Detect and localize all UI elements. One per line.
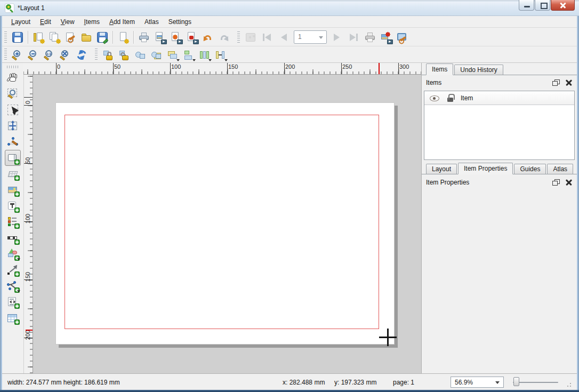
add-label-icon bbox=[6, 199, 19, 212]
preview-atlas-button[interactable] bbox=[243, 29, 259, 45]
ungroup-items-button[interactable] bbox=[148, 47, 164, 62]
duplicate-layout-button[interactable] bbox=[46, 29, 62, 45]
toolbar-grip[interactable] bbox=[4, 31, 7, 43]
zoom-out-button[interactable] bbox=[26, 47, 42, 62]
minimize-button[interactable] bbox=[519, 0, 534, 11]
toolbar-grip[interactable] bbox=[7, 66, 19, 68]
toolbar-grip[interactable] bbox=[95, 49, 98, 60]
menu-edit[interactable]: Edit bbox=[35, 17, 56, 27]
add-html-button[interactable] bbox=[5, 294, 21, 310]
next-feature-button[interactable] bbox=[330, 29, 346, 45]
ruler-label: 200 bbox=[25, 329, 31, 341]
open-folder-icon bbox=[80, 31, 93, 44]
export-pdf-button[interactable] bbox=[184, 29, 200, 45]
add-scalebar-button[interactable] bbox=[5, 230, 21, 246]
close-button[interactable] bbox=[551, 0, 575, 11]
zoom-slider[interactable] bbox=[513, 382, 558, 383]
add-picture-button[interactable] bbox=[5, 182, 21, 198]
ruler-label: 200 bbox=[285, 63, 295, 70]
atlas-settings-button[interactable] bbox=[394, 29, 410, 45]
menu-atlas[interactable]: Atlas bbox=[140, 17, 164, 27]
raise-items-button[interactable] bbox=[164, 47, 180, 62]
export-atlas-button[interactable] bbox=[378, 29, 394, 45]
zoom-full-icon bbox=[59, 49, 72, 61]
resize-items-button[interactable] bbox=[212, 47, 228, 62]
distribute-items-button[interactable] bbox=[196, 47, 212, 62]
group-items-button[interactable] bbox=[132, 47, 148, 62]
titlebar[interactable]: *Layout 1 bbox=[0, 0, 579, 16]
print-layout-button[interactable] bbox=[136, 29, 152, 45]
ruler-label: 100 bbox=[25, 213, 31, 225]
add-shape-button[interactable] bbox=[5, 246, 21, 262]
export-svg-button[interactable] bbox=[168, 29, 184, 45]
add-attribute-table-button[interactable] bbox=[5, 310, 21, 326]
export-image-button[interactable] bbox=[152, 29, 168, 45]
add-legend-button[interactable] bbox=[5, 214, 21, 230]
first-feature-button[interactable] bbox=[259, 29, 275, 45]
add-legend-icon bbox=[6, 215, 19, 228]
align-items-button[interactable] bbox=[180, 47, 196, 62]
edit-nodes-item-button[interactable] bbox=[5, 134, 21, 150]
item-properties-body bbox=[422, 189, 577, 373]
add-arrow-button[interactable] bbox=[5, 262, 21, 278]
undo-icon bbox=[202, 31, 214, 44]
menu-items[interactable]: Items bbox=[79, 17, 104, 27]
layout-manager-button[interactable] bbox=[62, 29, 78, 45]
new-layout-button[interactable] bbox=[30, 29, 46, 45]
print-atlas-button[interactable] bbox=[362, 29, 378, 45]
lock-items-button[interactable] bbox=[100, 47, 116, 62]
tab-atlas[interactable]: Atlas bbox=[547, 164, 573, 174]
select-cursor-icon bbox=[6, 103, 19, 116]
zoom-level-combobox[interactable]: 56.9% bbox=[451, 377, 504, 388]
menu-add-item[interactable]: Add Item bbox=[104, 17, 140, 27]
layout-canvas[interactable] bbox=[33, 75, 421, 373]
menu-view[interactable]: View bbox=[56, 17, 79, 27]
refresh-view-button[interactable] bbox=[74, 47, 90, 62]
tab-items[interactable]: Items bbox=[426, 63, 453, 75]
tab-layout[interactable]: Layout bbox=[426, 164, 457, 174]
pan-tool-button[interactable] bbox=[5, 70, 21, 86]
tab-item-properties[interactable]: Item Properties bbox=[458, 163, 513, 174]
horizontal-ruler[interactable]: 0 50 100 150 200 250 300 bbox=[23, 63, 421, 75]
add-node-item-button[interactable] bbox=[5, 278, 21, 294]
toolbar-grip[interactable] bbox=[237, 31, 240, 43]
zoom-slider-handle[interactable] bbox=[513, 377, 519, 386]
redo-button[interactable] bbox=[216, 29, 232, 45]
zoom-full-button[interactable] bbox=[58, 47, 74, 62]
close-panel-icon[interactable] bbox=[565, 179, 573, 186]
select-move-item-button[interactable] bbox=[5, 102, 21, 118]
tab-undo-history[interactable]: Undo History bbox=[454, 65, 503, 75]
map-rubber-band bbox=[65, 115, 379, 329]
zoom-in-button[interactable] bbox=[10, 47, 26, 62]
float-panel-icon[interactable] bbox=[552, 79, 560, 86]
menu-layout[interactable]: Layout bbox=[6, 17, 35, 27]
tab-guides[interactable]: Guides bbox=[514, 164, 546, 174]
add-3d-map-button[interactable] bbox=[5, 166, 21, 182]
zoom-tool-button[interactable] bbox=[5, 86, 21, 102]
zoom-actual-button[interactable] bbox=[42, 47, 58, 62]
load-template-button[interactable] bbox=[78, 29, 94, 45]
statusbar: width: 274.577 mm height: 186.619 mm x: … bbox=[0, 373, 579, 390]
toolbar-grip[interactable] bbox=[4, 49, 7, 60]
close-panel-icon[interactable] bbox=[565, 79, 573, 86]
zoom-level-value: 56.9% bbox=[455, 379, 473, 386]
maximize-button[interactable] bbox=[535, 0, 550, 11]
atlas-page-combobox[interactable]: 1 bbox=[294, 30, 327, 44]
last-feature-button[interactable] bbox=[346, 29, 362, 45]
add-pages-button[interactable] bbox=[115, 29, 131, 45]
undo-button[interactable] bbox=[200, 29, 216, 45]
unlock-items-button[interactable] bbox=[116, 47, 132, 62]
resize-grip-icon[interactable] bbox=[565, 381, 572, 387]
save-as-template-button[interactable] bbox=[94, 29, 110, 45]
add-label-button[interactable] bbox=[5, 198, 21, 214]
menu-settings[interactable]: Settings bbox=[164, 17, 196, 27]
items-tree[interactable]: Item bbox=[424, 91, 575, 160]
add-arrow-icon bbox=[6, 263, 19, 276]
previous-feature-button[interactable] bbox=[275, 29, 291, 45]
next-feature-icon bbox=[332, 31, 344, 44]
add-map-button[interactable] bbox=[5, 150, 21, 166]
vertical-ruler[interactable]: 0 50 100 150 200 bbox=[23, 75, 33, 373]
save-project-button[interactable] bbox=[10, 29, 26, 45]
float-panel-icon[interactable] bbox=[552, 179, 560, 186]
move-item-content-button[interactable] bbox=[5, 118, 21, 134]
